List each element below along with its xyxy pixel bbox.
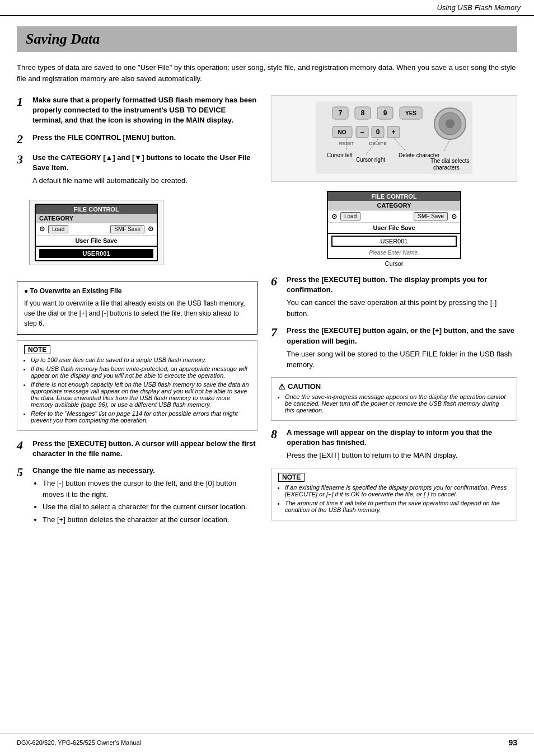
step-3-content: Use the CATEGORY [▲] and [▼] buttons to … bbox=[32, 153, 257, 186]
caution-box: ⚠ CAUTION Once the save-in-progress mess… bbox=[271, 377, 517, 421]
controls-diagram-area: 7 8 9 YES NO bbox=[271, 95, 517, 182]
svg-point-11 bbox=[446, 119, 455, 128]
section-title-box: Saving Data bbox=[17, 26, 517, 52]
step-5-content: Change the file name as necessary. The [… bbox=[32, 466, 257, 527]
fc-arrow-left: ⊙ bbox=[39, 225, 45, 233]
step-1: 1 Make sure that a properly formatted US… bbox=[17, 95, 257, 126]
step-8-body: Press the [EXIT] button to return to the… bbox=[287, 450, 517, 461]
note-item-2: If the USB flash memory has been write-p… bbox=[31, 365, 250, 379]
fc-filename-left: USER001 bbox=[39, 249, 153, 258]
overwrite-title: To Overwrite an Existing File bbox=[24, 287, 250, 295]
step-7-title: Press the [EXECUTE] button again, or the… bbox=[287, 326, 514, 345]
caution-header: ⚠ CAUTION bbox=[278, 382, 510, 391]
step-7: 7 Press the [EXECUTE] button again, or t… bbox=[271, 326, 517, 370]
step-3-body: A default file name will automatically b… bbox=[32, 175, 257, 186]
svg-text:Cursor left: Cursor left bbox=[327, 152, 353, 158]
fc-arrow-r-left: ⊙ bbox=[331, 213, 337, 220]
fc-load-btn: Load bbox=[48, 225, 68, 233]
step-2: 2 Press the FILE CONTROL [MENU] button. bbox=[17, 133, 257, 146]
note-header-right: NOTE bbox=[278, 473, 305, 482]
fc-ufs-row: User File Save bbox=[36, 236, 157, 247]
file-control-image-left: FILE CONTROL CATEGORY ⊙ Load SMF Save ⊙ … bbox=[29, 200, 163, 265]
svg-text:8: 8 bbox=[361, 109, 365, 117]
svg-text:NO: NO bbox=[338, 129, 346, 135]
fc-title-left: FILE CONTROL bbox=[36, 205, 157, 214]
step-4: 4 Press the [EXECUTE] button. A cursor w… bbox=[17, 439, 257, 459]
note-list-left: Up to 100 user files can be saved to a s… bbox=[24, 356, 250, 424]
step-1-content: Make sure that a properly formatted USB … bbox=[32, 95, 257, 126]
fc-ufs-label: User File Save bbox=[75, 237, 117, 244]
fc-input-row: USER001 bbox=[328, 234, 460, 248]
fc-smf-btn: SMF Save bbox=[110, 225, 144, 233]
note-list-right: If an existing filename is specified the… bbox=[278, 484, 510, 513]
step-7-number: 7 bbox=[271, 326, 283, 339]
controls-svg: 7 8 9 YES NO bbox=[316, 101, 472, 174]
step-5-title: Change the file name as necessary. bbox=[32, 466, 155, 475]
header-title: Using USB Flash Memory bbox=[437, 3, 521, 12]
step-7-body: The user song will be stored to the USER… bbox=[287, 349, 517, 370]
step-2-content: Press the FILE CONTROL [MENU] button. bbox=[32, 133, 257, 143]
fc-arrow-right: ⊙ bbox=[148, 225, 153, 233]
footer-page: 93 bbox=[508, 738, 517, 747]
step-2-number: 2 bbox=[17, 133, 29, 146]
step-8-content: A message will appear on the display to … bbox=[287, 428, 517, 461]
footer: DGX-620/520, YPG-625/525 Owner's Manual … bbox=[0, 733, 534, 747]
col-right: 7 8 9 YES NO bbox=[271, 95, 517, 533]
caution-title: CAUTION bbox=[288, 382, 321, 391]
main-content: Saving Data Three types of data are save… bbox=[0, 16, 534, 550]
svg-text:characters: characters bbox=[433, 165, 460, 171]
two-col-layout: 1 Make sure that a properly formatted US… bbox=[17, 95, 517, 533]
step-2-title: Press the FILE CONTROL [MENU] button. bbox=[32, 133, 176, 142]
fc-ufs-label-r: User File Save bbox=[373, 224, 415, 231]
note-item-3: If there is not enough capacity left on … bbox=[31, 381, 250, 408]
overwrite-body: If you want to overwrite a file that alr… bbox=[24, 298, 250, 328]
file-control-image-right: FILE CONTROL CATEGORY ⊙ Load SMF Save ⊙ … bbox=[271, 191, 517, 267]
svg-text:0: 0 bbox=[376, 128, 380, 136]
fc-row-left: ⊙ Load SMF Save ⊙ bbox=[36, 223, 157, 236]
svg-text:The dial selects: The dial selects bbox=[430, 158, 469, 164]
fc-filename-input: USER001 bbox=[331, 236, 457, 247]
fc-category-right: CATEGORY bbox=[328, 201, 460, 210]
header-bar: Using USB Flash Memory bbox=[0, 0, 534, 16]
fc-arrow-r-right: ⊙ bbox=[451, 213, 457, 220]
fc-title-right: FILE CONTROL bbox=[328, 192, 460, 201]
step-5: 5 Change the file name as necessary. The… bbox=[17, 466, 257, 527]
svg-text:–: – bbox=[360, 128, 364, 136]
fc-row-right: ⊙ Load SMF Save ⊙ bbox=[328, 210, 460, 223]
fc-placeholder: Please Enter Name. bbox=[328, 248, 460, 258]
step-6-body: You can cancel the save operation at thi… bbox=[287, 297, 517, 319]
step-6: 6 Press the [EXECUTE] button. The displa… bbox=[271, 275, 517, 319]
footer-model: DGX-620/520, YPG-625/525 Owner's Manual bbox=[17, 739, 141, 746]
caution-list: Once the save-in-progress message appear… bbox=[278, 393, 510, 414]
step-6-content: Press the [EXECUTE] button. The display … bbox=[287, 275, 517, 319]
step-1-number: 1 bbox=[17, 95, 29, 109]
step-5-body: The [-] button moves the cursor to the l… bbox=[32, 478, 257, 525]
step-5-bullet-1: The [-] button moves the cursor to the l… bbox=[43, 478, 257, 500]
note-item-4: Refer to the "Messages" list on page 114… bbox=[31, 410, 250, 424]
step-5-list: The [-] button moves the cursor to the l… bbox=[32, 478, 257, 525]
step-8-number: 8 bbox=[271, 428, 283, 441]
step-6-title: Press the [EXECUTE] button. The display … bbox=[287, 275, 487, 294]
step-1-title: Make sure that a properly formatted USB … bbox=[32, 96, 256, 124]
step-4-number: 4 bbox=[17, 439, 29, 452]
fc-smf-btn-r: SMF Save bbox=[414, 212, 448, 220]
step-8-title: A message will appear on the display to … bbox=[287, 428, 492, 447]
svg-text:7: 7 bbox=[339, 109, 343, 117]
fc-load-btn-r: Load bbox=[340, 212, 360, 220]
step-5-bullet-3: The [+] button deletes the character at … bbox=[43, 514, 257, 525]
fc-ufs-row-r: User File Save bbox=[328, 223, 460, 234]
step-4-content: Press the [EXECUTE] button. A cursor wil… bbox=[32, 439, 257, 459]
step-6-number: 6 bbox=[271, 275, 283, 288]
svg-text:Cursor right: Cursor right bbox=[356, 157, 385, 163]
svg-text:YES: YES bbox=[405, 110, 416, 116]
svg-text:9: 9 bbox=[383, 109, 387, 117]
overwrite-box: To Overwrite an Existing File If you wan… bbox=[17, 281, 257, 335]
svg-text:DELETE: DELETE bbox=[369, 141, 386, 146]
step-7-content: Press the [EXECUTE] button again, or the… bbox=[287, 326, 517, 370]
note-header-left: NOTE bbox=[24, 345, 50, 354]
intro-text: Three types of data are saved to one "Us… bbox=[17, 62, 517, 84]
step-3-title: Use the CATEGORY [▲] and [▼] buttons to … bbox=[32, 153, 251, 172]
step-5-number: 5 bbox=[17, 466, 29, 479]
section-title: Saving Data bbox=[26, 31, 100, 47]
fc-category-left: CATEGORY bbox=[36, 214, 157, 223]
